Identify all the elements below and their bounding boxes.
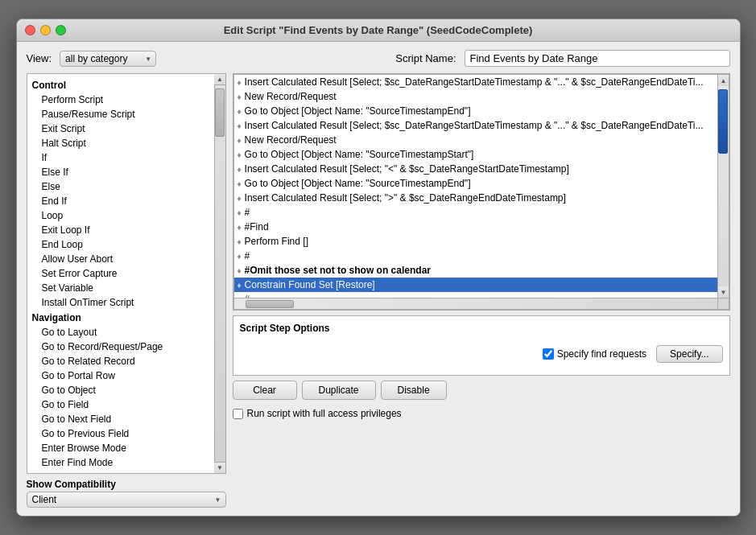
compatibility-label: Show Compatibility (27, 479, 226, 490)
script-scroll-thumb[interactable] (718, 89, 728, 154)
view-label: View: (27, 52, 52, 64)
script-name-label: Script Name: (395, 52, 456, 64)
run-access-checkbox[interactable] (233, 409, 243, 419)
script-list-row[interactable]: ♦Insert Calculated Result [Select; ">" &… (234, 191, 717, 205)
row-bullet: ♦ (238, 266, 242, 275)
script-hscrollbar[interactable] (234, 298, 717, 309)
left-list-item[interactable]: Else If (27, 165, 214, 179)
left-list-item[interactable]: Perform Script (27, 93, 214, 107)
main-content: ControlPerform ScriptPause/Resume Script… (27, 73, 730, 508)
row-text: Go to Object [Object Name: "SourceTimest… (245, 178, 471, 189)
disable-button[interactable]: Disable (381, 381, 447, 400)
script-list-row[interactable]: ♦Go to Object [Object Name: "SourceTimes… (234, 104, 717, 118)
specify-checkbox-label: Specify find requests (557, 348, 647, 360)
script-list-row[interactable]: ♦New Record/Request (234, 133, 717, 147)
row-bullet: ♦ (238, 179, 242, 188)
row-text: #Find (245, 221, 269, 233)
left-scrollbar[interactable]: ▲ ▼ (214, 74, 225, 473)
left-list-item[interactable]: End Loop (27, 237, 214, 252)
left-list-item[interactable]: Go to Record/Request/Page (27, 340, 214, 354)
close-button[interactable] (25, 25, 35, 35)
row-bullet: ♦ (238, 165, 242, 174)
row-text: Go to Object [Object Name: "SourceTimest… (245, 105, 471, 117)
row-bullet: ♦ (238, 252, 242, 261)
script-list-row[interactable]: ♦# (234, 205, 717, 220)
script-scroll-up[interactable]: ▲ (718, 75, 729, 86)
row-text: New Record/Request (245, 91, 337, 102)
left-list-item[interactable]: Enter Browse Mode (27, 441, 214, 455)
script-list[interactable]: ♦Insert Calculated Result [Select; $sc_D… (234, 75, 729, 309)
left-list-item[interactable]: Go to Object (27, 383, 214, 397)
left-list-item[interactable]: Go to Related Record (27, 354, 214, 368)
options-title: Script Step Options (240, 323, 723, 334)
options-panel: Script Step Options Specify find request… (233, 315, 730, 376)
row-text: Constrain Found Set [Restore] (245, 279, 375, 290)
row-bullet: ♦ (238, 223, 242, 232)
row-bullet: ♦ (238, 107, 242, 116)
row-text: # (245, 207, 250, 218)
script-list-row[interactable]: ♦#Omit those set not to show on calendar (234, 263, 717, 278)
view-select[interactable]: all by category (60, 51, 156, 67)
script-list-row[interactable]: ♦New Record/Request (234, 89, 717, 104)
script-scroll-down[interactable]: ▼ (718, 286, 729, 298)
left-list-item[interactable]: Go to Portal Row (27, 368, 214, 383)
left-list-item[interactable]: Set Variable (27, 281, 214, 295)
scroll-down-arrow[interactable]: ▼ (214, 462, 225, 473)
script-list-row[interactable]: ♦Go to Object [Object Name: "SourceTimes… (234, 176, 717, 191)
left-list-item[interactable]: Allow User Abort (27, 252, 214, 266)
script-list-row[interactable]: ♦Constrain Found Set [Restore] (234, 278, 717, 292)
row-text: Perform Find [] (245, 236, 308, 247)
left-list-item[interactable]: Go to Previous Field (27, 426, 214, 441)
compatibility-select[interactable]: Client (27, 492, 226, 508)
specify-checkbox[interactable] (543, 348, 554, 360)
options-content: Specify find requests Specify... (240, 339, 723, 368)
scroll-up-arrow[interactable]: ▲ (214, 74, 225, 85)
row-bullet: ♦ (238, 194, 242, 203)
row-text: Insert Calculated Result [Select; "<" & … (245, 163, 569, 175)
window-title: Edit Script "Find Events by Date Range" … (224, 24, 533, 36)
left-list-item[interactable]: Halt Script (27, 136, 214, 150)
top-row: View: all by category Script Name: (27, 50, 730, 67)
script-list-row[interactable]: ♦Insert Calculated Result [Select; "<" &… (234, 162, 717, 176)
left-list-item[interactable]: Go to Layout (27, 325, 214, 340)
maximize-button[interactable] (56, 25, 66, 35)
left-category: Control (27, 77, 214, 93)
specify-button[interactable]: Specify... (656, 345, 722, 363)
left-list-item[interactable]: Exit Loop If (27, 223, 214, 237)
script-vscrollbar[interactable]: ▲ ▼ (717, 75, 729, 298)
left-list-item[interactable]: Enter Find Mode (27, 455, 214, 470)
right-panel: ♦Insert Calculated Result [Select; $sc_D… (233, 73, 730, 508)
left-list-item[interactable]: Else (27, 179, 214, 194)
script-list-row[interactable]: ♦Insert Calculated Result [Select; $sc_D… (234, 118, 717, 133)
scroll-thumb[interactable] (215, 88, 225, 137)
left-list-item[interactable]: Exit Script (27, 121, 214, 136)
script-list-row[interactable]: ♦# (234, 249, 717, 263)
left-list-item[interactable]: Install OnTimer Script (27, 295, 214, 310)
clear-button[interactable]: Clear (233, 381, 297, 400)
row-bullet: ♦ (238, 78, 242, 87)
row-bullet: ♦ (238, 208, 242, 217)
left-list-item[interactable]: End If (27, 194, 214, 208)
view-selector-wrapper[interactable]: all by category (60, 51, 156, 67)
script-hscroll-thumb[interactable] (246, 300, 294, 308)
left-list-item[interactable]: Pause/Resume Script (27, 107, 214, 121)
window-controls (25, 25, 66, 35)
left-list-item[interactable]: Go to Field (27, 397, 214, 412)
script-list-row[interactable]: ♦Insert Calculated Result [Select; $sc_D… (234, 75, 717, 89)
scrollbar-corner (717, 298, 729, 309)
script-list-row[interactable]: ♦#Find (234, 220, 717, 234)
script-list-row[interactable]: ♦Perform Find [] (234, 234, 717, 249)
left-list-item[interactable]: Go to Next Field (27, 412, 214, 426)
duplicate-button[interactable]: Duplicate (302, 381, 376, 400)
left-list-item[interactable]: Set Error Capture (27, 266, 214, 281)
left-list-item[interactable]: If (27, 150, 214, 165)
bottom-btn-row: Clear Duplicate Disable (233, 381, 730, 400)
row-bullet: ♦ (238, 150, 242, 159)
run-access-row: Run script with full access privileges (233, 408, 730, 419)
script-name-input[interactable] (465, 50, 730, 67)
left-list-item[interactable]: Loop (27, 208, 214, 223)
row-bullet: ♦ (238, 93, 242, 101)
script-list-row[interactable]: ♦Go to Object [Object Name: "SourceTimes… (234, 147, 717, 162)
minimize-button[interactable] (40, 25, 51, 35)
compatibility-select-wrapper[interactable]: Client (27, 492, 226, 508)
